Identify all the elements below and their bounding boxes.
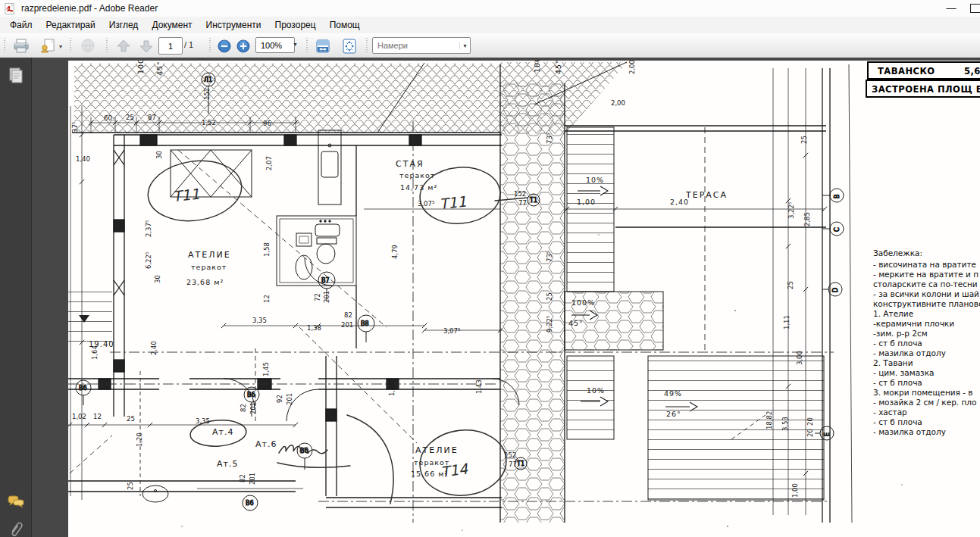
dim-label: 1,02: [72, 413, 86, 420]
note-line: - височината на вратите: [873, 260, 976, 269]
dim-label: 201: [286, 393, 293, 405]
page-number-input[interactable]: [158, 37, 183, 55]
fit-page-icon: [342, 39, 357, 54]
fit-width-icon: [315, 39, 330, 54]
zoom-dropdown-caret[interactable]: ▾: [290, 37, 300, 52]
table-row2-label: ЗАСТРОЕНА ПЛОЩ ЕТ: [872, 84, 980, 95]
dim-label: 3,07⁵: [443, 327, 460, 335]
table-row1-value: 5,6: [964, 66, 980, 76]
grid-bubble: B: [834, 195, 841, 199]
notes-block: Забележка: - височината на вратите - мер…: [873, 248, 980, 436]
next-page-button[interactable]: [135, 36, 158, 57]
dim-label: 1,64: [91, 345, 99, 360]
dim-label: 82: [240, 404, 247, 412]
dim-label: 2,00: [628, 61, 636, 74]
note-line: - мазилка отдолу: [873, 427, 946, 436]
dim-label: 201: [249, 402, 257, 414]
arrow-up-icon: [116, 39, 131, 54]
note-line: - цим. замазка: [873, 368, 934, 377]
menu-bar: Файл Редактирай Изглед Документ Инструме…: [0, 17, 980, 34]
note-line: 1. Ателие: [873, 309, 913, 318]
menu-tools[interactable]: Инструменти: [199, 17, 268, 33]
note-line: - мазилка отдолу: [873, 348, 946, 357]
zoom-out-icon: [218, 39, 231, 53]
fit-page-button[interactable]: [338, 36, 361, 57]
dim-label: 25: [127, 415, 135, 423]
note-line: - за всички колони и шай: [873, 289, 979, 298]
note-line: - хастар: [873, 407, 907, 417]
comments-panel-icon[interactable]: [7, 494, 25, 512]
basin-bottom: [142, 485, 168, 502]
menu-help[interactable]: Помощ: [323, 17, 367, 33]
slope-label: 100%: [136, 61, 145, 74]
dim-label: 1,18⁵: [388, 379, 396, 396]
dim-label: 82: [344, 311, 352, 319]
toolbar-grip: [366, 38, 368, 53]
dim-label: 1,20: [136, 432, 143, 447]
room-name: ТЕРАСА: [685, 190, 728, 200]
unit-label: Ат.5: [217, 459, 238, 469]
dim-label: 3,35: [252, 317, 267, 324]
menu-file[interactable]: Файл: [3, 17, 39, 33]
dim-label: 1,43: [475, 379, 483, 394]
dim-label: 9,22⁵: [546, 316, 553, 333]
shower-tray: [296, 233, 312, 246]
find-box: ▾: [372, 37, 471, 54]
handwritten-t11: Т11: [439, 193, 468, 213]
send-file-button[interactable]: ▾: [36, 36, 66, 57]
dim-label: 3,00: [796, 351, 803, 365]
toolbar-grip: [209, 38, 211, 53]
handwritten-marks: Т11 Т11 Т14: [144, 155, 528, 504]
dim-label: 152: [203, 88, 211, 100]
note-line: -керамични плочки: [873, 319, 954, 328]
dim-label: 92: [276, 395, 283, 403]
previous-page-button[interactable]: [112, 36, 135, 57]
menu-document[interactable]: Документ: [145, 17, 199, 33]
dim-label: 18,82: [766, 411, 773, 429]
zoom-level-combobox[interactable]: 100%: [255, 37, 295, 53]
find-dropdown-caret[interactable]: ▾: [459, 42, 470, 49]
dim-label: 87: [148, 114, 156, 121]
toolbar-grip: [4, 38, 5, 53]
menu-window[interactable]: Прозорец: [268, 17, 323, 33]
pages-panel-icon[interactable]: [7, 67, 25, 85]
bubble-label: В7: [321, 277, 330, 284]
zoom-in-icon: [236, 39, 250, 53]
dim-label: 2,07: [265, 156, 273, 170]
attachments-panel-icon[interactable]: [7, 521, 25, 537]
dim-label: 25: [787, 281, 794, 289]
dim-label: 73⁵: [546, 133, 553, 144]
window-title: razpredelenie.pdf - Adobe Reader: [21, 3, 158, 14]
toolbar-grip: [70, 38, 71, 53]
menu-view[interactable]: Изглед: [102, 17, 146, 33]
dim-label: 72: [314, 293, 321, 301]
dim-label: 201: [341, 321, 353, 329]
page-total-label: / 1: [184, 40, 193, 49]
minimize-button[interactable]: —: [941, 0, 961, 17]
dim-label: 30: [154, 275, 161, 283]
dim-label: 37⁵: [71, 122, 79, 133]
slope-label: 10%: [587, 386, 605, 395]
bubble-label: В6: [246, 500, 254, 507]
find-input[interactable]: [373, 40, 459, 51]
room-name: АТЕЛИЕ: [188, 250, 231, 260]
fit-width-button[interactable]: [312, 36, 334, 57]
dim-label: 201: [249, 473, 256, 485]
note-line: столарските са по-тесни: [873, 279, 978, 289]
dim-label: 1,11: [783, 315, 791, 329]
title-bar: razpredelenie.pdf - Adobe Reader —: [0, 0, 980, 17]
zoom-in-button[interactable]: [233, 36, 253, 57]
dim-label: 6,22⁵: [145, 252, 152, 269]
maximize-button[interactable]: [970, 4, 980, 13]
pdf-page[interactable]: АТЕЛИЕ теракот 23,68 м² СТАЯ теракот 14,…: [68, 61, 980, 537]
print-button[interactable]: [9, 36, 33, 57]
adobe-reader-window: { "window": { "title": "razpredelenie.pd…: [0, 0, 980, 537]
note-line: Забележка:: [873, 248, 922, 258]
arrow-down-icon: [139, 39, 154, 54]
slope-label: 49%: [664, 389, 682, 398]
bubble-label: В6: [79, 385, 87, 392]
bubble-label: В6: [247, 392, 255, 398]
menu-edit[interactable]: Редактирай: [39, 17, 102, 33]
zoom-out-button[interactable]: [214, 36, 234, 57]
note-line: - ст б плоча: [873, 417, 922, 426]
